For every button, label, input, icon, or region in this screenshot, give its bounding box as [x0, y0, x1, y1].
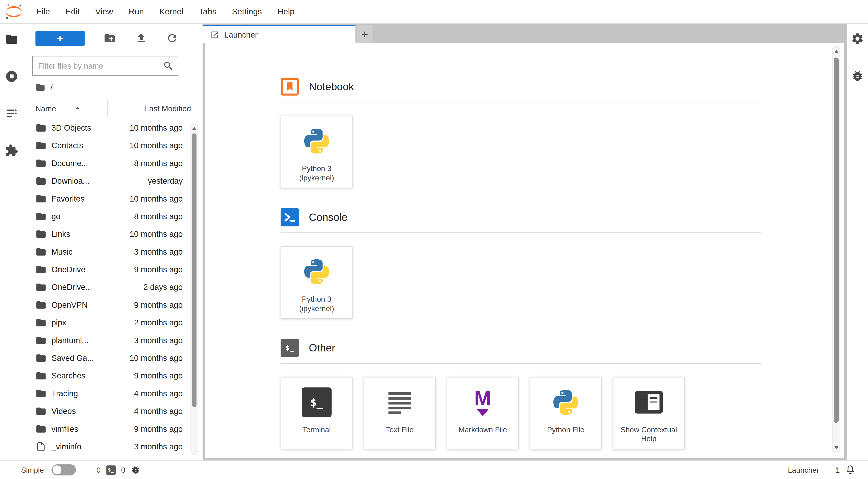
scroll-down-arrow[interactable] — [833, 444, 840, 451]
menu-view[interactable]: View — [87, 0, 121, 23]
file-row[interactable]: Videos 4 months ago — [23, 403, 203, 420]
new-tab-button[interactable]: + — [357, 25, 373, 43]
folder-icon — [35, 140, 46, 151]
file-row[interactable]: pipx 2 months ago — [23, 314, 203, 331]
other-section-icon: $_ — [281, 339, 299, 357]
bug-icon — [131, 465, 141, 475]
file-row[interactable]: Tracing 4 months ago — [23, 385, 203, 402]
section-divider — [281, 102, 761, 102]
python-icon — [302, 255, 332, 289]
file-row[interactable]: 3D Objects 10 months ago — [23, 119, 203, 137]
card-contextual-help[interactable]: Show Contextual Help — [613, 377, 685, 449]
main-scrollbar-thumb[interactable] — [834, 58, 839, 423]
file-row[interactable]: OneDrive... 2 days ago — [23, 278, 203, 296]
file-name: Saved Ga... — [52, 354, 100, 362]
card-python-file[interactable]: Python File — [530, 377, 602, 449]
file-row[interactable]: _viminfo 3 months ago — [23, 438, 203, 455]
launcher-section-console: Console Python 3 (ipykernel) — [281, 208, 822, 319]
file-name: plantuml... — [52, 336, 100, 345]
menu-help[interactable]: Help — [270, 0, 302, 23]
file-modified: 3 months ago — [100, 336, 203, 345]
running-kernels-icon[interactable] — [5, 70, 18, 83]
file-row[interactable]: plantuml... 3 months ago — [23, 331, 203, 349]
new-launcher-button[interactable]: + — [35, 31, 85, 46]
file-row[interactable]: Saved Ga... 10 months ago — [23, 349, 203, 367]
file-row[interactable]: Downloa... yesterday — [23, 172, 203, 190]
section-title-other: Other — [309, 342, 335, 354]
file-modified: 10 months ago — [100, 194, 203, 203]
card-markdown-file[interactable]: M Markdown File — [447, 377, 519, 449]
file-name: OpenVPN — [52, 300, 100, 309]
terminal-icon: $_ — [302, 385, 332, 420]
file-row[interactable]: OpenVPN 9 months ago — [23, 296, 203, 314]
search-icon — [163, 60, 174, 71]
card-console-python3[interactable]: Python 3 (ipykernel) — [281, 246, 352, 319]
file-modified: 9 months ago — [100, 424, 203, 434]
simple-mode-toggle[interactable] — [52, 465, 76, 476]
scroll-up-arrow[interactable] — [833, 48, 840, 56]
file-modified: 3 months ago — [100, 442, 203, 451]
file-modified: 4 months ago — [100, 389, 203, 398]
file-row[interactable]: Docume... 8 months ago — [23, 154, 203, 172]
extensions-icon[interactable] — [5, 144, 18, 157]
menu-run[interactable]: Run — [121, 0, 152, 23]
file-row[interactable]: Favorites 10 months ago — [23, 190, 203, 207]
file-modified: 9 months ago — [100, 265, 203, 274]
context-label: Launcher — [788, 466, 819, 474]
file-name: pipx — [52, 318, 100, 327]
file-row[interactable]: Contacts 10 months ago — [23, 137, 203, 154]
breadcrumb: / — [23, 76, 203, 97]
tab-launcher[interactable]: Launcher — [203, 25, 355, 43]
file-modified: 10 months ago — [100, 141, 203, 150]
file-row[interactable]: Music 3 months ago — [23, 243, 203, 260]
file-scrollbar-thumb[interactable] — [192, 133, 196, 407]
file-modified: 9 months ago — [100, 300, 203, 309]
refresh-button[interactable] — [166, 32, 178, 44]
tab-label: Launcher — [224, 30, 257, 39]
file-list-scrollbar[interactable] — [190, 123, 198, 455]
notification-count: 1 — [836, 466, 840, 474]
file-row[interactable]: OneDrive 9 months ago — [23, 261, 203, 278]
file-row[interactable]: vimfiles 9 months ago — [23, 420, 203, 438]
markdown-icon: M — [474, 385, 491, 420]
bell-icon[interactable] — [845, 465, 856, 476]
filter-files-input[interactable] — [32, 56, 178, 76]
file-row[interactable]: go 8 months ago — [23, 207, 203, 225]
folder-icon — [35, 335, 46, 346]
upload-button[interactable] — [135, 32, 147, 44]
column-header-name[interactable]: Name — [23, 104, 107, 114]
card-notebook-python3[interactable]: Python 3 (ipykernel) — [281, 116, 352, 188]
notifications-status[interactable]: 1 — [836, 465, 856, 476]
folder-icon — [35, 229, 46, 240]
file-scroll-up-arrow[interactable] — [191, 125, 197, 132]
menu-file[interactable]: File — [29, 0, 58, 23]
breadcrumb-root[interactable]: / — [50, 83, 53, 92]
card-text-file[interactable]: Text File — [364, 377, 436, 449]
breadcrumb-folder-icon[interactable] — [35, 83, 45, 92]
file-name: Music — [52, 247, 100, 256]
file-browser-icon[interactable] — [5, 33, 18, 46]
property-inspector-icon[interactable] — [851, 32, 864, 45]
menu-kernel[interactable]: Kernel — [152, 0, 191, 23]
main-scrollbar[interactable] — [832, 46, 840, 453]
folder-icon — [35, 299, 46, 311]
tab-bar: Launcher + — [203, 23, 847, 43]
file-icon — [35, 441, 46, 452]
menu-edit[interactable]: Edit — [58, 0, 87, 23]
python-icon — [551, 385, 581, 420]
file-row[interactable]: Searches 9 months ago — [23, 367, 203, 385]
kernel-count: 0 — [121, 466, 125, 474]
debugger-icon[interactable] — [851, 69, 864, 83]
python-icon — [302, 124, 332, 158]
new-folder-button[interactable] — [104, 32, 116, 44]
terminal-icon: $_ — [106, 465, 116, 475]
menu-tabs[interactable]: Tabs — [191, 0, 224, 23]
menu-settings[interactable]: Settings — [224, 0, 270, 23]
column-header-modified[interactable]: Last Modified — [107, 100, 203, 117]
file-row[interactable]: Links 10 months ago — [23, 225, 203, 243]
running-sessions-status[interactable]: 0 $_ 0 — [97, 465, 141, 475]
file-list: 3D Objects 10 months ago Contacts 10 mon… — [23, 117, 203, 460]
folder-icon — [35, 264, 46, 275]
card-terminal[interactable]: $_ Terminal — [281, 377, 352, 449]
table-of-contents-icon[interactable] — [5, 107, 18, 120]
